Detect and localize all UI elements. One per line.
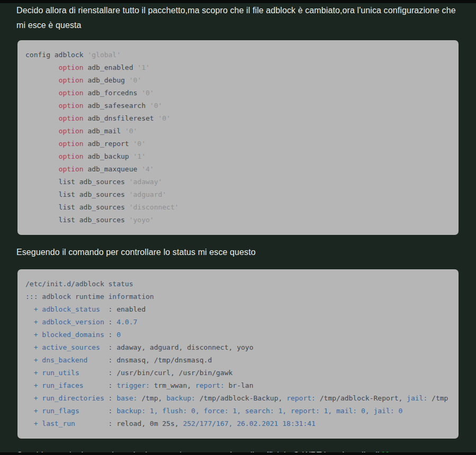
code-line: option adb_report '0' bbox=[25, 138, 451, 150]
forum-post-body: Decido allora di rienstallare tutto il p… bbox=[0, 0, 476, 455]
code-line: option adb_maxqueue '4' bbox=[25, 163, 451, 176]
code-line: option adb_backup '1' bbox=[25, 150, 451, 163]
code-line: /etc/init.d/adblock status bbox=[25, 278, 451, 290]
post-paragraph-status-intro: Eseguendo il comando per controllare lo … bbox=[16, 245, 460, 260]
code-line: option adb_safesearch '0' bbox=[25, 99, 451, 112]
code-line: option adb_enabled '1' bbox=[25, 61, 451, 74]
code-line: option adb_dnsfilereset '0' bbox=[25, 112, 451, 125]
code-line: + run_flags : backup: 1, flush: 0, force… bbox=[25, 405, 451, 417]
code-line: + run_directories : base: /tmp, backup: … bbox=[25, 392, 451, 405]
code-line: option adb_forcedns '0' bbox=[25, 87, 451, 99]
code-line: + run_utils : /usr/bin/curl, /usr/bin/ga… bbox=[25, 367, 451, 379]
top-divider bbox=[0, 0, 476, 3]
bottom-divider bbox=[0, 452, 476, 455]
code-line: + adblock_version : 4.0.7 bbox=[25, 316, 451, 329]
code-line: + adblock_status : enabled bbox=[25, 303, 451, 316]
code-block-adblock-status: /etc/init.d/adblock status::: adblock ru… bbox=[17, 269, 459, 439]
code-line: list adb_sources 'yoyo' bbox=[25, 214, 451, 226]
code-block-adblock-config: config adblock 'global' option adb_enabl… bbox=[17, 40, 459, 235]
code-line: list adb_sources 'disconnect' bbox=[25, 201, 451, 214]
code-line: + blocked_domains : 0 bbox=[25, 329, 451, 341]
code-line: + dns_backend : dnsmasq, /tmp/dnsmasq.d bbox=[25, 354, 451, 367]
code-line: + run_ifaces : trigger: trm_wwan, report… bbox=[25, 379, 451, 392]
code-line: ::: adblock runtime information bbox=[25, 290, 451, 303]
code-line: option adb_debug '0' bbox=[25, 74, 451, 87]
code-line: option adb_mail '0' bbox=[25, 125, 451, 138]
code-line: + active_sources : adaway, adguard, disc… bbox=[25, 341, 451, 354]
code-line: list adb_sources 'adguard' bbox=[25, 188, 451, 201]
code-line: + last_run : reload, 0m 25s, 252/177/167… bbox=[25, 417, 451, 430]
code-line: list adb_sources 'adaway' bbox=[25, 176, 451, 188]
post-paragraph-intro: Decido allora di rienstallare tutto il p… bbox=[16, 0, 460, 33]
code-line: config adblock 'global' bbox=[25, 49, 451, 61]
